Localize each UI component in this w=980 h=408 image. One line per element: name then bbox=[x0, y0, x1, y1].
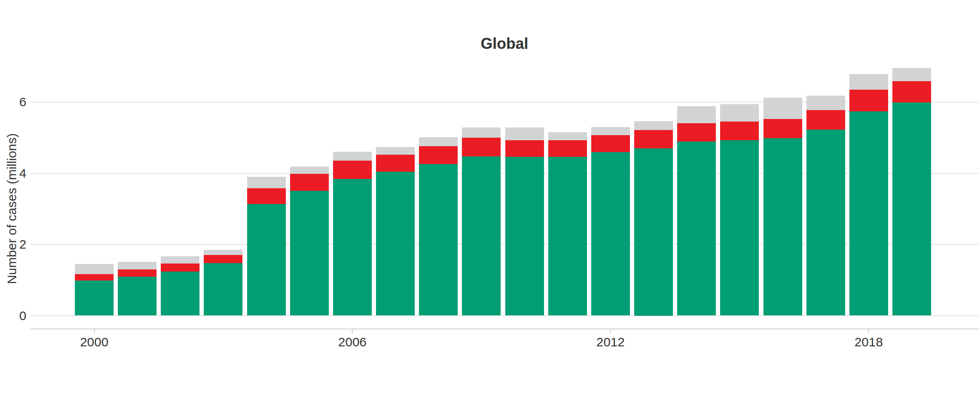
bar-2017-grey-segment[interactable] bbox=[806, 96, 845, 110]
bar-2010-red-segment[interactable] bbox=[505, 140, 544, 157]
bar-2008-red-segment[interactable] bbox=[419, 146, 458, 164]
bar-2014-grey-segment[interactable] bbox=[677, 106, 716, 123]
x-tick-2000 bbox=[94, 329, 95, 333]
bar-2002-grey-segment[interactable] bbox=[161, 256, 199, 264]
bar-2002-red-segment[interactable] bbox=[161, 264, 199, 271]
bar-2007-red-segment[interactable] bbox=[376, 155, 415, 172]
x-tick-2012 bbox=[610, 329, 611, 333]
bar-2011-grey-segment[interactable] bbox=[548, 132, 587, 140]
bar-2010-grey-segment[interactable] bbox=[505, 128, 544, 140]
bar-2011-red-segment[interactable] bbox=[548, 140, 587, 157]
bar-2017-green-segment[interactable] bbox=[806, 130, 845, 315]
bar-2005-grey-segment[interactable] bbox=[290, 167, 329, 174]
bar-2019-red-segment[interactable] bbox=[892, 81, 931, 102]
bar-2001-red-segment[interactable] bbox=[118, 269, 157, 277]
bar-2016-grey-segment[interactable] bbox=[763, 98, 802, 119]
bar-2007-green-segment[interactable] bbox=[376, 172, 415, 315]
y-tick-label-4: 4 bbox=[0, 167, 26, 180]
x-tick-label-2006: 2006 bbox=[322, 335, 382, 349]
bar-2005-green-segment[interactable] bbox=[290, 191, 329, 316]
bar-2018-green-segment[interactable] bbox=[849, 111, 888, 316]
bar-2006-grey-segment[interactable] bbox=[333, 152, 372, 161]
bar-2006-red-segment[interactable] bbox=[333, 161, 372, 179]
bar-2000-green-segment[interactable] bbox=[75, 280, 114, 315]
bar-2002-green-segment[interactable] bbox=[161, 272, 199, 316]
bar-2017-red-segment[interactable] bbox=[806, 110, 845, 130]
bar-2007-grey-segment[interactable] bbox=[376, 147, 415, 155]
bar-2003-red-segment[interactable] bbox=[204, 255, 242, 263]
y-axis-title: Number of cases (millions) bbox=[5, 133, 19, 284]
y-tick-label-6: 6 bbox=[0, 95, 26, 109]
bar-2019-grey-segment[interactable] bbox=[892, 68, 931, 81]
x-tick-2018 bbox=[868, 329, 869, 333]
x-tick-2006 bbox=[352, 329, 353, 333]
bar-2013-red-segment[interactable] bbox=[634, 130, 673, 148]
bar-2014-green-segment[interactable] bbox=[677, 142, 716, 316]
y-tick-label-2: 2 bbox=[0, 238, 26, 251]
bar-2018-grey-segment[interactable] bbox=[849, 74, 888, 90]
bar-2015-grey-segment[interactable] bbox=[720, 104, 759, 122]
bar-2008-grey-segment[interactable] bbox=[419, 137, 458, 146]
bar-2016-red-segment[interactable] bbox=[763, 119, 802, 138]
bar-2009-grey-segment[interactable] bbox=[462, 128, 501, 137]
bar-2015-red-segment[interactable] bbox=[720, 122, 759, 140]
chart-title: Global bbox=[31, 35, 978, 53]
bar-2004-green-segment[interactable] bbox=[247, 204, 286, 316]
bar-2003-green-segment[interactable] bbox=[204, 263, 242, 315]
bar-2011-green-segment[interactable] bbox=[548, 157, 587, 316]
bar-2012-grey-segment[interactable] bbox=[591, 127, 630, 135]
bar-2014-red-segment[interactable] bbox=[677, 123, 716, 142]
bar-2006-green-segment[interactable] bbox=[333, 179, 372, 316]
bar-2012-red-segment[interactable] bbox=[591, 135, 630, 152]
bar-2004-grey-segment[interactable] bbox=[247, 177, 286, 188]
x-tick-label-2018: 2018 bbox=[839, 335, 898, 349]
bar-2000-red-segment[interactable] bbox=[75, 274, 114, 281]
bar-2015-green-segment[interactable] bbox=[720, 140, 759, 315]
chart-root: Global Number of cases (millions) 024620… bbox=[0, 0, 980, 408]
bar-2000-grey-segment[interactable] bbox=[75, 264, 114, 274]
x-tick-label-2012: 2012 bbox=[581, 335, 640, 349]
bar-2003-grey-segment[interactable] bbox=[204, 250, 242, 255]
bar-2001-green-segment[interactable] bbox=[118, 277, 157, 315]
bar-2010-green-segment[interactable] bbox=[505, 157, 544, 316]
bar-2016-green-segment[interactable] bbox=[763, 138, 802, 315]
bar-2001-grey-segment[interactable] bbox=[118, 262, 157, 269]
bar-2008-green-segment[interactable] bbox=[419, 164, 458, 316]
bar-2009-red-segment[interactable] bbox=[462, 138, 501, 156]
bar-2018-red-segment[interactable] bbox=[849, 90, 888, 111]
bar-2019-green-segment[interactable] bbox=[892, 102, 931, 316]
bar-2004-red-segment[interactable] bbox=[247, 188, 286, 204]
bar-2012-green-segment[interactable] bbox=[591, 152, 630, 315]
bar-2013-green-segment[interactable] bbox=[634, 148, 673, 316]
x-tick-label-2000: 2000 bbox=[65, 335, 124, 349]
bar-2009-green-segment[interactable] bbox=[462, 156, 501, 315]
bar-2013-grey-segment[interactable] bbox=[634, 121, 673, 130]
y-tick-label-0: 0 bbox=[0, 309, 26, 323]
bar-2005-red-segment[interactable] bbox=[290, 174, 329, 190]
x-axis-line bbox=[31, 329, 979, 329]
